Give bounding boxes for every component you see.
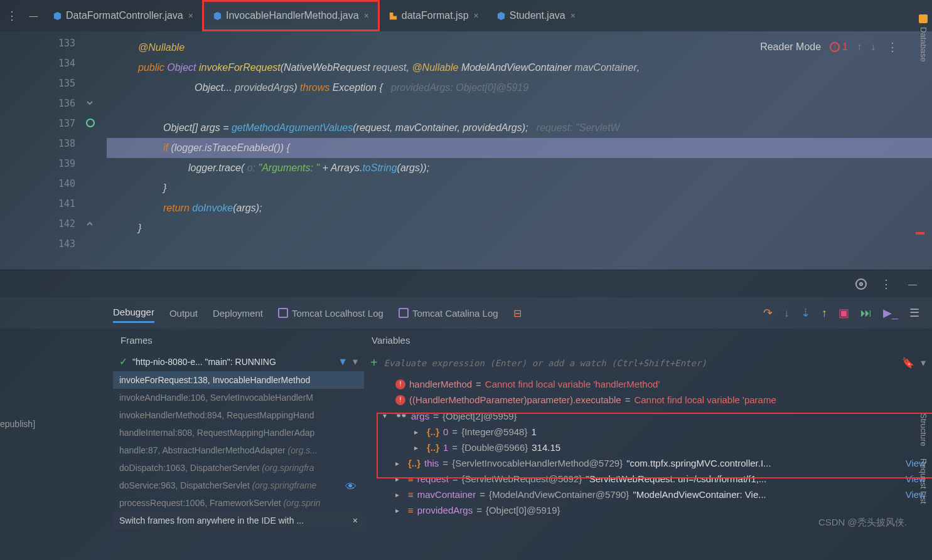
variable-row[interactable]: ▾👓 args = {Object[2]@5959} xyxy=(364,408,932,424)
code-editor[interactable]: 133134135136137138139140141142143 Reader… xyxy=(0,31,932,270)
watch-glasses-icon: 👓 xyxy=(395,410,407,421)
variables-title: Variables xyxy=(364,329,932,352)
line-number[interactable]: 139 xyxy=(44,158,82,178)
stack-frame[interactable]: doService:963, DispatcherServlet (org.sp… xyxy=(113,477,364,494)
variable-row[interactable]: ▸≡ providedArgs = {Object[0]@5919} xyxy=(364,502,932,518)
expand-icon[interactable]: ▸ xyxy=(414,443,423,452)
stack-frame[interactable]: invokeHandlerMethod:894, RequestMappingH… xyxy=(113,406,364,424)
line-number[interactable]: 133 xyxy=(44,38,82,58)
list-icon: ≡ xyxy=(408,473,414,484)
close-tab-icon[interactable]: × xyxy=(364,11,369,21)
tab-label: DataFormatController.java xyxy=(66,10,183,21)
tab-output[interactable]: Output xyxy=(169,304,198,322)
collapse-icon[interactable] xyxy=(85,219,94,228)
object-icon: {..} xyxy=(427,426,439,437)
error-badge[interactable]: !1 xyxy=(830,41,848,53)
add-watch-icon[interactable]: + xyxy=(370,356,378,370)
evaluate-icon[interactable]: ▶_ xyxy=(883,306,898,320)
stack-frame[interactable]: doDispatch:1063, DispatcherServlet (org.… xyxy=(113,459,364,477)
line-number[interactable]: 136 xyxy=(44,98,82,118)
expand-icon[interactable]: ▸ xyxy=(395,506,404,515)
force-step-into-icon[interactable]: ⇣ xyxy=(801,306,810,320)
view-link[interactable]: View xyxy=(906,489,926,500)
minimize-icon[interactable] xyxy=(27,8,41,23)
check-icon: ✓ xyxy=(119,356,127,367)
tab-tomcat-catalina[interactable]: Tomcat Catalina Log xyxy=(399,304,498,322)
evaluate-input[interactable] xyxy=(384,358,896,368)
layout-icon[interactable]: ⊟ xyxy=(513,307,522,319)
tab-debugger[interactable]: Debugger xyxy=(113,303,154,323)
variable-row[interactable]: ! handlerMethod = Cannot find local vari… xyxy=(364,376,932,392)
current-execution-line: if (logger.isTraceEnabled()) { xyxy=(107,138,932,158)
expand-icon[interactable]: ▸ xyxy=(395,490,404,499)
debug-tabs: Debugger Output Deployment Tomcat Localh… xyxy=(0,297,932,329)
prev-error-icon[interactable]: ↑ xyxy=(857,41,862,53)
expand-icon[interactable]: ▸ xyxy=(395,459,404,468)
expand-icon[interactable]: ▸ xyxy=(414,428,423,436)
variable-row[interactable]: ▸≡ request = {ServletWebRequest@5692} "S… xyxy=(364,471,932,487)
close-tab-icon[interactable]: × xyxy=(570,11,576,21)
reader-mode-label[interactable]: Reader Mode xyxy=(760,41,821,53)
more-icon[interactable] xyxy=(4,6,20,25)
close-tab-icon[interactable]: × xyxy=(474,11,479,21)
line-number[interactable]: 142 xyxy=(44,218,82,238)
next-error-icon[interactable]: ↓ xyxy=(870,41,876,53)
error-badge-icon: ! xyxy=(395,395,405,405)
frames-hint: Switch frames from anywhere in the IDE w… xyxy=(113,512,364,529)
variable-row[interactable]: ! ((HandlerMethodParameter)parameter).ex… xyxy=(364,392,932,408)
debug-more-icon[interactable] xyxy=(878,275,894,293)
editor-more-icon[interactable] xyxy=(884,38,901,56)
step-out-icon[interactable]: ↑ xyxy=(822,307,827,320)
resume-icon[interactable]: ⏭ xyxy=(860,307,872,320)
variable-row[interactable]: ▸{..} 1 = {Double@5966} 314.15 xyxy=(364,440,932,455)
line-number[interactable]: 143 xyxy=(44,238,82,258)
watch-eye-icon[interactable]: 👁 xyxy=(345,480,356,494)
editor-tabs-bar: DataFormatController.java×InvocableHandl… xyxy=(0,0,932,31)
line-number[interactable]: 141 xyxy=(44,198,82,218)
line-number[interactable]: 140 xyxy=(44,178,82,198)
variable-row[interactable]: ▸{..} 0 = {Integer@5948} 1 xyxy=(364,424,932,440)
tab-deployment[interactable]: Deployment xyxy=(213,304,263,322)
bookmark-icon[interactable]: 🔖 xyxy=(902,357,914,369)
editor-tab[interactable]: Student.java× xyxy=(488,0,584,31)
tab-label: dataFormat.jsp xyxy=(402,10,469,21)
thread-selector[interactable]: ✓ "http-nio-8080-e... "main": RUNNING ▼ … xyxy=(113,352,364,371)
step-into-icon[interactable]: ↓ xyxy=(784,307,790,320)
filter-icon[interactable]: ▼ xyxy=(338,356,348,367)
close-tab-icon[interactable]: × xyxy=(188,11,193,21)
stack-frame[interactable]: invokeForRequest:138, InvocableHandlerMe… xyxy=(113,371,364,389)
step-over-icon[interactable]: ↷ xyxy=(763,306,773,320)
view-link[interactable]: View xyxy=(906,458,926,468)
stack-frame[interactable]: handleInternal:808, RequestMappingHandle… xyxy=(113,424,364,441)
object-icon: {..} xyxy=(427,442,439,453)
line-number[interactable]: 138 xyxy=(44,138,82,158)
stack-frame[interactable]: processRequest:1006, FrameworkServlet (o… xyxy=(113,494,364,512)
view-link[interactable]: View xyxy=(906,473,926,484)
frames-title: Frames xyxy=(113,329,364,352)
expand-icon[interactable]: ▾ xyxy=(383,411,392,420)
expand-icon[interactable]: ▸ xyxy=(395,475,404,483)
variable-row[interactable]: ▸{..} this = {ServletInvocableHandlerMet… xyxy=(364,455,932,471)
stack-frame[interactable]: invokeAndHandle:106, ServletInvocableHan… xyxy=(113,389,364,406)
collapse-icon[interactable] xyxy=(85,98,94,107)
watermark: CSDN @秃头披风侠. xyxy=(818,517,907,529)
target-icon[interactable] xyxy=(855,278,867,290)
stack-frame[interactable]: handle:87, AbstractHandlerMethodAdapter … xyxy=(113,441,364,459)
editor-tab[interactable]: DataFormatController.java× xyxy=(44,0,202,31)
line-number[interactable]: 134 xyxy=(44,58,82,78)
error-stripe-mark[interactable] xyxy=(916,232,924,235)
run-to-cursor-icon[interactable]: ▣ xyxy=(838,306,849,320)
list-icon: ≡ xyxy=(408,489,414,500)
editor-tab[interactable]: InvocableHandlerMethod.java× xyxy=(202,0,380,31)
tab-tomcat-localhost[interactable]: Tomcat Localhost Log xyxy=(278,304,383,322)
editor-tab[interactable]: dataFormat.jsp× xyxy=(380,0,488,31)
close-hint-icon[interactable]: × xyxy=(353,515,358,526)
method-marker-icon xyxy=(85,118,95,128)
line-number[interactable]: 137 xyxy=(44,118,82,138)
line-number[interactable]: 135 xyxy=(44,78,82,98)
dropdown-icon[interactable]: ▾ xyxy=(353,356,358,367)
svg-point-0 xyxy=(87,119,94,127)
tab-label: InvocableHandlerMethod.java xyxy=(226,10,359,21)
variable-row[interactable]: ▸≡ mavContainer = {ModelAndViewContainer… xyxy=(364,487,932,502)
object-icon: {..} xyxy=(408,458,420,468)
